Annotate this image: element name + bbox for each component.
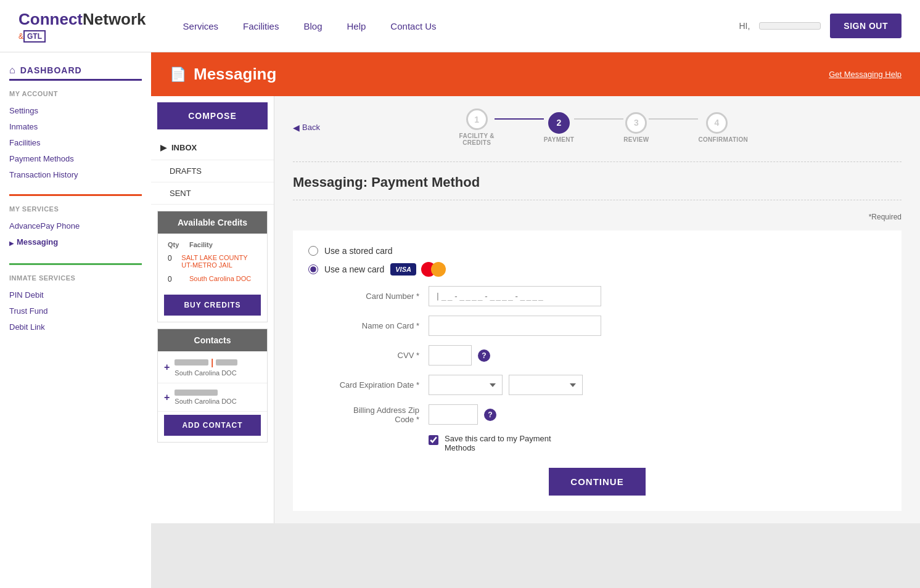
stepper: ◀ Back 1 FACILITY &CREDITS 2 PAY (293, 108, 902, 146)
credits-panel: Available Credits Qty Facility 0 SALT LA… (157, 211, 268, 322)
messaging-icon: 📄 (170, 67, 186, 83)
logo: ConnectNetwork &GTL (18, 10, 146, 43)
sidebar-messaging[interactable]: Messaging (17, 235, 58, 249)
contact-plus-icon-2[interactable]: + (164, 392, 170, 403)
credit-row-1: 0 SALT LAKE COUNTY UT-METRO JAIL (163, 251, 262, 272)
mc-orange-circle (431, 262, 446, 277)
add-contact-button[interactable]: ADD CONTACT (164, 415, 261, 436)
logo-network-text: Network (83, 10, 146, 28)
stepper-divider (293, 161, 902, 162)
stored-card-label: Use a stored card (324, 246, 393, 256)
new-card-radio[interactable] (308, 264, 318, 274)
contact-info-2: South Carolina DOC (175, 390, 261, 405)
contact-facility-2: South Carolina DOC (175, 398, 261, 405)
inbox-item[interactable]: ▶ INBOX (151, 136, 274, 160)
name-on-card-row: Name on Card * (308, 316, 886, 336)
my-services-section: MY SERVICES AdvancePay Phone ▶ Messaging (9, 205, 142, 251)
step-2: 2 PAYMENT (544, 112, 574, 143)
cvv-input-group: ? (429, 345, 490, 365)
logo-connect-text: Connect (18, 10, 83, 28)
stored-card-radio[interactable] (308, 246, 318, 256)
compose-button[interactable]: COMPOSE (157, 102, 268, 129)
sidebar-facilities[interactable]: Facilities (9, 136, 142, 150)
sign-out-button[interactable]: SIGN OUT (830, 14, 902, 38)
contact-facility-1: South Carolina DOC (175, 369, 261, 377)
step-3-circle: 3 (625, 112, 647, 134)
main-layout: ⌂ DASHBOARD MY ACCOUNT Settings Inmates … (0, 52, 920, 588)
facility-header: Facility (189, 241, 213, 248)
expiry-row: Card Expiration Date * 01 02 03 04 05 06… (308, 375, 886, 395)
sent-item[interactable]: SENT (151, 182, 274, 205)
logo-gtl: GTL (23, 30, 46, 43)
my-account-section: MY ACCOUNT Settings Inmates Facilities P… (9, 90, 142, 182)
drafts-item[interactable]: DRAFTS (151, 160, 274, 182)
cvv-help-icon[interactable]: ? (478, 349, 490, 362)
sidebar-inmates[interactable]: Inmates (9, 120, 142, 134)
left-panel: COMPOSE ▶ INBOX DRAFTS SENT Available Cr… (151, 96, 274, 523)
inbox-label: INBOX (171, 143, 197, 152)
logo-amp: & (18, 32, 23, 41)
step-1: 1 FACILITY &CREDITS (459, 108, 495, 146)
required-note: *Required (293, 213, 902, 221)
my-account-title: MY ACCOUNT (9, 90, 142, 97)
contact-name-bar-2 (175, 390, 218, 396)
name-on-card-input[interactable] (429, 316, 601, 336)
mastercard-logo (421, 262, 446, 277)
my-services-title: MY SERVICES (9, 205, 142, 213)
step-1-circle: 1 (466, 108, 488, 130)
sidebar-payment-methods[interactable]: Payment Methods (9, 152, 142, 166)
nav-services[interactable]: Services (183, 21, 219, 31)
sidebar: ⌂ DASHBOARD MY ACCOUNT Settings Inmates … (0, 52, 151, 588)
step-4-label: CONFIRMATION (698, 136, 735, 143)
back-label: Back (302, 123, 320, 132)
sidebar-trust-fund[interactable]: Trust Fund (9, 304, 142, 318)
contact-item-2: + South Carolina DOC (158, 383, 267, 412)
inner-layout: COMPOSE ▶ INBOX DRAFTS SENT Available Cr… (151, 96, 920, 523)
contacts-header: Contacts (158, 329, 267, 351)
radio-group: Use a stored card Use a new card VISA (308, 246, 886, 277)
expiry-input-group: 01 02 03 04 05 06 07 08 09 10 11 (429, 375, 583, 395)
sidebar-debit-link[interactable]: Debit Link (9, 320, 142, 334)
sidebar-pin-debit[interactable]: PIN Debit (9, 288, 142, 302)
contact-info-1: | South Carolina DOC (175, 357, 261, 377)
cvv-label: CVV * (308, 351, 419, 360)
card-number-input[interactable] (429, 286, 601, 306)
dashboard-label: DASHBOARD (20, 65, 82, 75)
header: ConnectNetwork &GTL Services Facilities … (0, 0, 920, 52)
contact-item-1: + | South Carolina DOC (158, 351, 267, 383)
contact-plus-icon-1[interactable]: + (164, 362, 170, 373)
cvv-input[interactable] (429, 345, 472, 365)
visa-logo: VISA (390, 263, 416, 276)
inmate-services-title: INMATE SERVICES (9, 274, 142, 282)
nav-blog[interactable]: Blog (303, 21, 322, 31)
sidebar-advance-pay[interactable]: AdvancePay Phone (9, 219, 142, 233)
sidebar-transaction-history[interactable]: Transaction History (9, 168, 142, 182)
card-number-label: Card Number * (308, 292, 419, 301)
credit-facility-2: South Carolina DOC (189, 275, 251, 282)
save-card-row: Save this card to my Payment Methods (429, 434, 886, 452)
zip-help-icon[interactable]: ? (484, 409, 496, 421)
nav-facilities[interactable]: Facilities (243, 21, 279, 31)
username-display (759, 22, 821, 30)
contact-name-bar-1 (175, 359, 208, 365)
step-line-1 (495, 118, 544, 120)
save-card-checkbox[interactable] (429, 435, 438, 445)
qty-header: Qty (168, 241, 189, 248)
credit-facility-1: SALT LAKE COUNTY UT-METRO JAIL (181, 254, 257, 269)
step-4: 4 CONFIRMATION (698, 112, 735, 143)
expiry-year-select[interactable]: 2024 2025 2026 2027 2028 (509, 375, 583, 395)
messaging-help-link[interactable]: Get Messaging Help (829, 70, 902, 79)
right-panel: ◀ Back 1 FACILITY &CREDITS 2 PAY (274, 96, 920, 523)
zip-input[interactable] (429, 404, 478, 425)
nav-help[interactable]: Help (347, 21, 366, 31)
step-3: 3 REVIEW (623, 112, 649, 143)
nav-contact-us[interactable]: Contact Us (390, 21, 436, 31)
expiry-month-select[interactable]: 01 02 03 04 05 06 07 08 09 10 11 (429, 375, 503, 395)
card-number-row: Card Number * (308, 286, 886, 306)
continue-button[interactable]: CONTINUE (549, 468, 645, 496)
sidebar-settings[interactable]: Settings (9, 104, 142, 118)
buy-credits-button[interactable]: BUY CREDITS (164, 295, 261, 316)
back-link[interactable]: ◀ Back (293, 123, 320, 133)
inbox-arrow-icon: ▶ (160, 143, 166, 152)
step-3-label: REVIEW (623, 136, 649, 143)
